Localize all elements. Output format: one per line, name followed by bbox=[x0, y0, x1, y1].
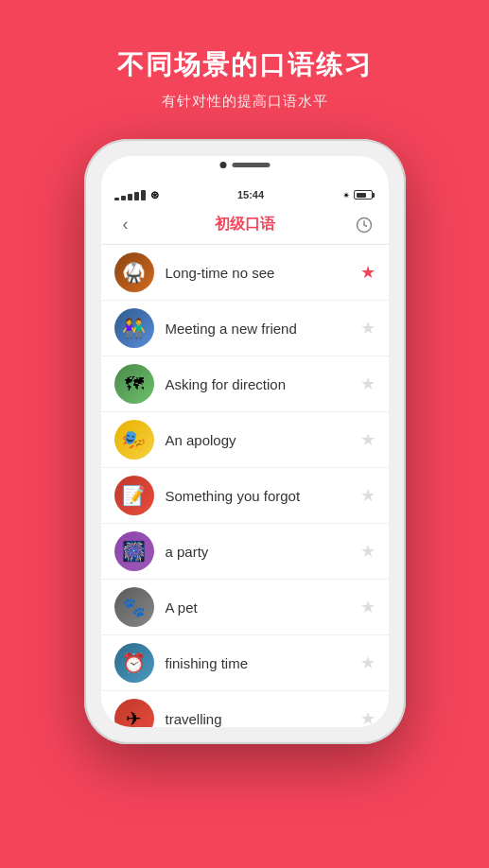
lesson-list: 🥋Long-time no see★👫Meeting a new friend★… bbox=[101, 245, 389, 727]
phone-camera-area bbox=[219, 156, 270, 168]
nav-title: 初级口语 bbox=[215, 215, 275, 234]
bluetooth-icon: ✴ bbox=[342, 190, 350, 200]
status-bar: ⊛ 15:44 ✴ bbox=[101, 184, 389, 205]
back-button[interactable]: ‹ bbox=[114, 214, 137, 236]
signal-bar-4 bbox=[134, 192, 139, 200]
list-item[interactable]: 👫Meeting a new friend★ bbox=[101, 301, 389, 356]
wifi-icon: ⊛ bbox=[150, 189, 159, 201]
item-avatar: 📝 bbox=[114, 476, 154, 515]
signal-bar-3 bbox=[128, 194, 132, 200]
item-avatar: 🎭 bbox=[114, 420, 154, 460]
star-icon[interactable]: ★ bbox=[360, 373, 375, 394]
star-icon[interactable]: ★ bbox=[360, 429, 375, 450]
star-icon[interactable]: ★ bbox=[360, 541, 375, 562]
list-item[interactable]: 🥋Long-time no see★ bbox=[101, 245, 389, 301]
phone-frame: ⊛ 15:44 ✴ ‹ 初级口语 bbox=[84, 139, 406, 744]
star-icon[interactable]: ★ bbox=[360, 597, 375, 617]
item-label: Asking for direction bbox=[166, 376, 349, 392]
star-active-icon[interactable]: ★ bbox=[360, 262, 375, 283]
list-item[interactable]: ⏰finishing time★ bbox=[101, 635, 389, 691]
phone-body: ⊛ 15:44 ✴ ‹ 初级口语 bbox=[84, 139, 406, 744]
signal-bar-2 bbox=[121, 196, 126, 200]
hero-section: 不同场景的口语练习 有针对性的提高口语水平 bbox=[117, 0, 373, 130]
item-avatar: 🥋 bbox=[114, 252, 154, 292]
star-icon[interactable]: ★ bbox=[360, 485, 375, 506]
list-item[interactable]: 📝Something you forgot★ bbox=[101, 468, 389, 524]
battery-icon bbox=[354, 190, 375, 200]
item-avatar: ✈ bbox=[114, 699, 154, 727]
battery-body bbox=[354, 190, 373, 200]
signal-bar-5 bbox=[141, 190, 146, 200]
list-item[interactable]: 🎆a party★ bbox=[101, 524, 389, 580]
speaker-bar bbox=[232, 163, 270, 167]
battery-tip bbox=[373, 193, 375, 198]
item-label: Meeting a new friend bbox=[166, 321, 349, 337]
item-avatar: 👫 bbox=[114, 308, 154, 348]
item-avatar: ⏰ bbox=[114, 643, 154, 683]
item-label: A pet bbox=[166, 599, 349, 616]
star-icon[interactable]: ★ bbox=[360, 652, 375, 673]
list-item[interactable]: 🎭An apology★ bbox=[101, 412, 389, 468]
item-label: Long-time no see bbox=[166, 265, 349, 281]
nav-bar: ‹ 初级口语 bbox=[101, 205, 389, 245]
camera-dot bbox=[219, 162, 226, 168]
phone-screen: ⊛ 15:44 ✴ ‹ 初级口语 bbox=[101, 156, 389, 727]
item-label: travelling bbox=[166, 711, 349, 727]
hero-subtitle: 有针对性的提高口语水平 bbox=[117, 93, 373, 111]
item-avatar: 🗺 bbox=[114, 364, 154, 404]
status-right: ✴ bbox=[342, 190, 375, 200]
item-label: An apology bbox=[166, 432, 349, 448]
battery-fill bbox=[357, 193, 367, 198]
star-icon[interactable]: ★ bbox=[360, 708, 375, 727]
list-item[interactable]: 🐾A pet★ bbox=[101, 580, 389, 635]
list-item[interactable]: ✈travelling★ bbox=[101, 691, 389, 727]
item-avatar: 🐾 bbox=[114, 587, 154, 627]
status-signal: ⊛ bbox=[114, 189, 159, 201]
signal-dots bbox=[114, 190, 146, 200]
list-item[interactable]: 🗺Asking for direction★ bbox=[101, 356, 389, 412]
signal-bar-1 bbox=[114, 198, 119, 200]
item-label: Something you forgot bbox=[166, 488, 349, 504]
status-time: 15:44 bbox=[237, 189, 264, 200]
hero-title: 不同场景的口语练习 bbox=[117, 47, 373, 83]
history-button[interactable] bbox=[353, 214, 375, 236]
star-icon[interactable]: ★ bbox=[360, 318, 375, 339]
item-label: a party bbox=[166, 544, 349, 560]
item-label: finishing time bbox=[166, 655, 349, 671]
item-avatar: 🎆 bbox=[114, 531, 154, 571]
